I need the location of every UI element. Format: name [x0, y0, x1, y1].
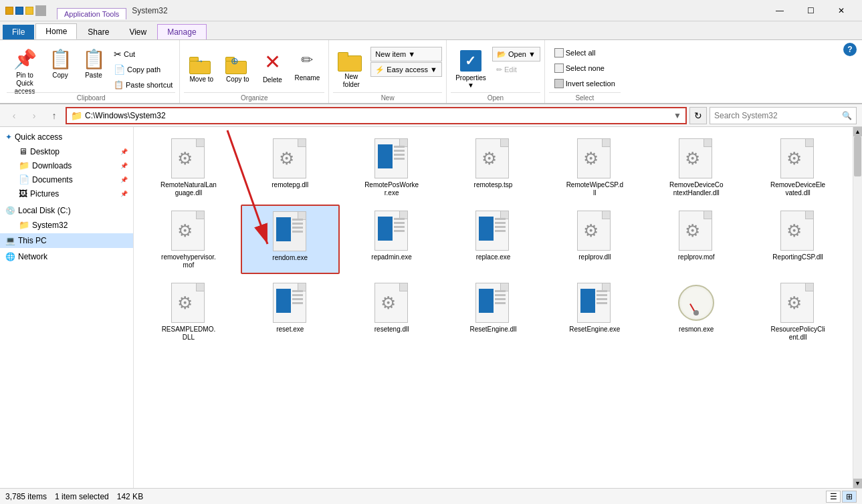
cut-button[interactable]: ✂ Cut	[111, 47, 175, 61]
file-item[interactable]: ResetEngine.exe	[545, 277, 644, 346]
rename-icon: ✏	[301, 51, 313, 69]
file-item[interactable]: resmon.exe	[647, 277, 746, 346]
file-item[interactable]: RemotePosWorker.exe	[342, 132, 441, 202]
file-item[interactable]: repadmin.exe	[342, 205, 441, 274]
delete-button[interactable]: ✕ Delete	[256, 44, 288, 92]
file-item[interactable]: ⚙ removehypervisor.mof	[139, 205, 238, 274]
details-view-button[interactable]: ☰	[826, 491, 841, 503]
open-button[interactable]: 📂 Open ▼	[492, 47, 540, 61]
move-to-button[interactable]: → Move to	[184, 44, 219, 92]
copy-to-button[interactable]: ⊕ Copy to	[220, 44, 255, 92]
documents-icon: 📄	[19, 174, 29, 184]
refresh-button[interactable]: ↻	[689, 107, 707, 124]
new-item-button[interactable]: New item ▼	[370, 47, 442, 61]
pin-icon: 📌	[13, 50, 37, 69]
sidebar-item-pictures[interactable]: 🖼 Pictures 📌	[13, 186, 133, 201]
file-item[interactable]: reset.exe	[241, 277, 340, 346]
file-item[interactable]: replace.exe	[444, 205, 543, 274]
back-button[interactable]: ‹	[5, 107, 23, 124]
easy-access-button[interactable]: ⚡ Easy access ▼	[370, 62, 442, 77]
icons-view-button[interactable]: ⊞	[842, 491, 857, 503]
file-item[interactable]: ⚙ remotesp.tsp	[444, 132, 543, 202]
sidebar-item-this-pc[interactable]: 💻 This PC	[0, 233, 133, 248]
delete-icon: ✕	[264, 50, 281, 74]
up-button[interactable]: ↑	[45, 107, 63, 124]
sidebar-item-documents[interactable]: 📄 Documents 📌	[13, 172, 133, 186]
file-item[interactable]: ⚙ ReportingCSP.dll	[748, 205, 847, 274]
rename-button[interactable]: ✏ Rename	[290, 44, 324, 92]
app-tools-tab[interactable]: Application Tools	[57, 8, 126, 19]
delete-label: Delete	[263, 76, 282, 84]
maximize-button[interactable]: ☐	[795, 0, 826, 21]
ribbon: 📌 Pin to Quickaccess 📋 Copy 📋 Paste ✂ Cu…	[0, 40, 862, 104]
file-name: remotepg.dll	[272, 181, 308, 189]
tab-file[interactable]: File	[3, 25, 34, 39]
file-item[interactable]: ⚙ replprov.dll	[545, 205, 644, 274]
minimize-button[interactable]: —	[764, 0, 795, 21]
copy-path-button[interactable]: 📄 Copy path	[111, 62, 175, 77]
scrollbar[interactable]: ▲ ▼	[853, 127, 862, 488]
scrollbar-down[interactable]: ▼	[853, 479, 863, 488]
file-item[interactable]: ⚙ RESAMPLEDMO.DLL	[139, 277, 238, 346]
file-name: ReportingCSP.dll	[772, 253, 823, 261]
file-size: 142 KB	[117, 492, 143, 501]
pin-to-quick-access-button[interactable]: 📌 Pin to Quickaccess	[7, 44, 43, 92]
address-bar: ‹ › ↑ 📁 ▼ ↻ 🔍	[0, 104, 862, 127]
select-none-button[interactable]: Select none	[549, 61, 621, 76]
file-name: removehypervisor.mof	[160, 253, 217, 269]
file-item[interactable]: ResetEngine.dll	[444, 277, 543, 346]
new-folder-button[interactable]: New folder	[333, 44, 369, 92]
paste-shortcut-button[interactable]: 📋 Paste shortcut	[111, 78, 175, 92]
scrollbar-thumb[interactable]	[854, 136, 861, 176]
sidebar-local-disk-children: 📁 System32	[0, 218, 133, 232]
invert-selection-label: Invert selection	[566, 80, 615, 88]
select-none-icon	[554, 64, 564, 73]
properties-button[interactable]: ✓ Properties ▼	[451, 44, 491, 92]
close-button[interactable]: ✕	[826, 0, 857, 21]
file-name: resmon.exe	[679, 326, 714, 334]
tab-home[interactable]: Home	[35, 23, 77, 39]
select-all-button[interactable]: Select all	[549, 45, 621, 60]
file-grid: ⚙ RemoteNaturalLanguage.dll ⚙ remotepg.d…	[139, 132, 847, 346]
tab-share[interactable]: Share	[78, 25, 118, 39]
file-item[interactable]: ⚙ ResourcePolicyClient.dll	[748, 277, 847, 346]
file-item[interactable]: ⚙ RemoteNaturalLanguage.dll	[139, 132, 238, 202]
file-item[interactable]: ⚙ RemoteWipeCSP.dll	[545, 132, 644, 202]
invert-selection-button[interactable]: Invert selection	[549, 76, 621, 91]
file-item[interactable]: ⚙ RemoveDeviceElevated.dll	[748, 132, 847, 202]
help-icon[interactable]: ?	[843, 43, 857, 56]
sidebar-item-downloads[interactable]: 📁 Downloads 📌	[13, 158, 133, 172]
sidebar-item-system32[interactable]: 📁 System32	[13, 218, 133, 232]
sidebar-item-network[interactable]: 🌐 Network	[0, 249, 133, 264]
pictures-icon: 🖼	[19, 188, 27, 199]
paste-button[interactable]: 📋 Paste	[78, 44, 110, 92]
title-icon-1	[5, 7, 13, 15]
search-input[interactable]	[714, 111, 839, 120]
forward-button[interactable]: ›	[25, 107, 43, 124]
file-item[interactable]: ⚙ replprov.mof	[647, 205, 746, 274]
invert-icon	[554, 79, 564, 88]
tab-view[interactable]: View	[120, 25, 156, 39]
file-item[interactable]: ⚙ reseteng.dll	[342, 277, 441, 346]
file-item[interactable]: rendom.exe	[241, 205, 340, 274]
system32-label: System32	[32, 221, 68, 230]
edit-button[interactable]: ✏ Edit	[492, 62, 540, 77]
address-dropdown-arrow[interactable]: ▼	[673, 111, 681, 120]
new-item-arrow: ▼	[408, 50, 415, 58]
file-item[interactable]: ⚙ remotepg.dll	[241, 132, 340, 202]
sidebar-item-local-disk[interactable]: 💿 Local Disk (C:)	[0, 203, 133, 218]
copy-button[interactable]: 📋 Copy	[44, 44, 76, 92]
title-bar-icons	[5, 5, 46, 16]
address-input-wrapper[interactable]: 📁 ▼	[66, 107, 687, 124]
file-name: RESAMPLEDMO.DLL	[160, 326, 217, 342]
sidebar-item-desktop[interactable]: 🖥 Desktop 📌	[13, 144, 133, 158]
scrollbar-up[interactable]: ▲	[853, 127, 863, 136]
scrollbar-track[interactable]	[853, 136, 862, 479]
file-item[interactable]: ⚙ RemoveDeviceContextHandler.dll	[647, 132, 746, 202]
system32-icon: 📁	[19, 220, 29, 230]
file-name: remotesp.tsp	[474, 181, 513, 189]
tab-manage[interactable]: Manage	[157, 24, 206, 39]
file-name: replprov.dll	[578, 253, 611, 261]
sidebar-item-quick-access[interactable]: ✦ Quick access	[0, 130, 133, 144]
address-input[interactable]	[85, 111, 673, 120]
